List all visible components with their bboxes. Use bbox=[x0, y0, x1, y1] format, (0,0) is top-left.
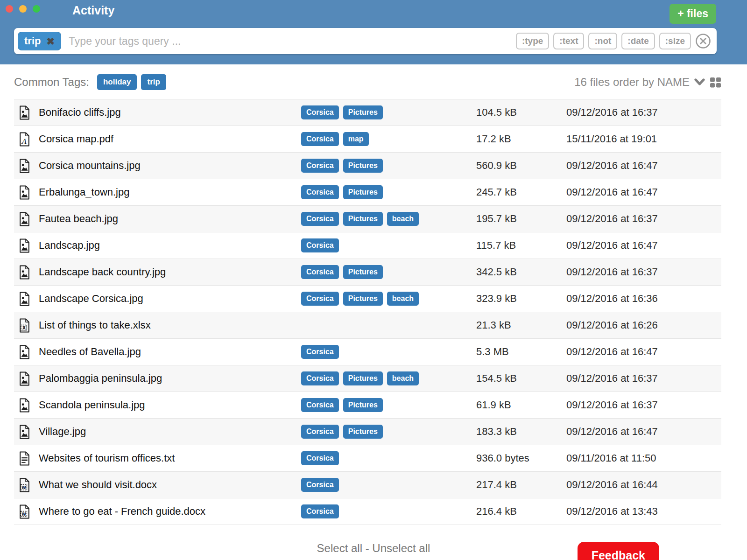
file-name: Corsica map.pdf bbox=[39, 133, 113, 145]
file-row[interactable]: Erbalunga_town.jpg CorsicaPictures 245.7… bbox=[14, 179, 721, 206]
unselect-all-link[interactable]: Unselect all bbox=[372, 542, 430, 554]
image-file-icon bbox=[19, 398, 30, 413]
file-tag[interactable]: Pictures bbox=[343, 292, 383, 306]
file-date: 09/12/2016 at 16:37 bbox=[566, 213, 721, 225]
add-files-button[interactable]: + files bbox=[669, 4, 716, 24]
file-tag[interactable]: Corsica bbox=[301, 159, 339, 173]
file-tags-cell: Corsica bbox=[301, 238, 476, 252]
image-file-icon bbox=[19, 371, 30, 386]
file-name: Needles of Bavella.jpg bbox=[39, 346, 141, 358]
file-name: Landscape back country.jpg bbox=[39, 266, 166, 278]
image-file-icon bbox=[19, 212, 30, 226]
window-title: Activity bbox=[72, 4, 114, 17]
select-all-link[interactable]: Select all bbox=[317, 542, 362, 554]
query-filter-buttons: :type :text :not :date :size bbox=[516, 33, 711, 49]
file-row[interactable]: Landscape Corsica.jpg CorsicaPicturesbea… bbox=[14, 286, 721, 312]
file-tag[interactable]: Pictures bbox=[343, 425, 383, 439]
file-tags-cell: Corsica bbox=[301, 478, 476, 492]
file-date: 09/12/2016 at 16:47 bbox=[566, 160, 721, 172]
remove-tag-icon[interactable]: ✖ bbox=[46, 36, 55, 46]
file-row[interactable]: Village.jpg CorsicaPictures 183.3 kB 09/… bbox=[14, 419, 721, 445]
tag-query-input[interactable] bbox=[61, 35, 516, 48]
grid-view-button[interactable] bbox=[710, 77, 721, 88]
file-tag[interactable]: Pictures bbox=[343, 185, 383, 199]
active-tag-chip[interactable]: trip ✖ bbox=[18, 32, 61, 50]
file-tag[interactable]: Corsica bbox=[301, 425, 339, 439]
minimize-window-button[interactable] bbox=[19, 5, 27, 13]
file-date: 09/12/2016 at 13:43 bbox=[566, 505, 721, 518]
file-name-cell: Landscape back country.jpg bbox=[14, 265, 301, 280]
file-row[interactable]: Landscap.jpg Corsica 115.7 kB 09/12/2016… bbox=[14, 232, 721, 259]
file-name: Websites of tourism offices.txt bbox=[39, 452, 175, 464]
file-tag[interactable]: Corsica bbox=[301, 105, 339, 119]
file-name-cell: Landscape Corsica.jpg bbox=[14, 292, 301, 306]
file-name: Landscape Corsica.jpg bbox=[39, 293, 143, 305]
sort-direction-button[interactable] bbox=[694, 78, 705, 86]
file-tag[interactable]: Corsica bbox=[301, 292, 339, 306]
file-tag[interactable]: Corsica bbox=[301, 478, 339, 492]
file-row[interactable]: Palombaggia peninsula.jpg CorsicaPicture… bbox=[14, 365, 721, 392]
file-row[interactable]: Scandola peninsula.jpg CorsicaPictures 6… bbox=[14, 392, 721, 419]
common-tags-group: Common Tags: holiday trip bbox=[14, 74, 166, 90]
image-file-icon bbox=[19, 265, 30, 280]
pdf-file-icon bbox=[19, 132, 30, 147]
file-tag[interactable]: Corsica bbox=[301, 504, 339, 518]
file-row[interactable]: Fautea beach.jpg CorsicaPicturesbeach 19… bbox=[14, 206, 721, 232]
file-tags-cell: CorsicaPictures bbox=[301, 185, 476, 199]
file-tag[interactable]: Pictures bbox=[343, 105, 383, 119]
file-row[interactable]: Where to go eat - French guide.docx Cors… bbox=[14, 498, 721, 525]
image-file-icon bbox=[19, 425, 30, 439]
file-row[interactable]: Corsica map.pdf Corsicamap 17.2 kB 15/11… bbox=[14, 126, 721, 153]
file-tag[interactable]: Corsica bbox=[301, 371, 339, 385]
close-window-button[interactable] bbox=[6, 5, 13, 13]
file-name: Where to go eat - French guide.docx bbox=[39, 505, 205, 518]
file-row[interactable]: Bonifacio cliffs.jpg CorsicaPictures 104… bbox=[14, 99, 721, 126]
file-row[interactable]: Landscape back country.jpg CorsicaPictur… bbox=[14, 259, 721, 286]
file-tag[interactable]: Pictures bbox=[343, 371, 383, 385]
filter-size-button[interactable]: :size bbox=[659, 33, 691, 49]
file-size: 342.5 kB bbox=[476, 266, 566, 278]
file-row[interactable]: List of things to take.xlsx 21.3 kB 09/1… bbox=[14, 312, 721, 339]
image-file-icon bbox=[19, 159, 30, 173]
file-date: 09/12/2016 at 16:37 bbox=[566, 106, 721, 119]
file-size: 61.9 kB bbox=[476, 399, 566, 411]
file-tag[interactable]: Corsica bbox=[301, 451, 339, 465]
selection-separator: - bbox=[362, 542, 372, 554]
file-size: 104.5 kB bbox=[476, 106, 566, 119]
common-tag-holiday[interactable]: holiday bbox=[97, 74, 137, 90]
circle-x-icon bbox=[695, 33, 711, 49]
file-date: 09/12/2016 at 16:37 bbox=[566, 399, 721, 411]
file-tag[interactable]: Corsica bbox=[301, 185, 339, 199]
file-tag[interactable]: Pictures bbox=[343, 159, 383, 173]
file-tag[interactable]: Pictures bbox=[343, 398, 383, 412]
filter-type-button[interactable]: :type bbox=[516, 33, 549, 49]
file-tag[interactable]: Corsica bbox=[301, 265, 339, 279]
file-tag[interactable]: beach bbox=[387, 212, 419, 226]
file-date: 09/12/2016 at 16:44 bbox=[566, 479, 721, 491]
maximize-window-button[interactable] bbox=[33, 5, 40, 13]
file-tag[interactable]: Pictures bbox=[343, 212, 383, 226]
filter-date-button[interactable]: :date bbox=[621, 33, 655, 49]
file-row[interactable]: Corsica mountains.jpg CorsicaPictures 56… bbox=[14, 153, 721, 179]
filter-text-button[interactable]: :text bbox=[553, 33, 584, 49]
file-tag[interactable]: Corsica bbox=[301, 398, 339, 412]
feedback-button[interactable]: Feedback bbox=[578, 542, 659, 560]
file-tag[interactable]: Corsica bbox=[301, 132, 339, 146]
file-tag[interactable]: Corsica bbox=[301, 345, 339, 359]
file-row[interactable]: Needles of Bavella.jpg Corsica 5.3 MB 09… bbox=[14, 339, 721, 365]
file-row[interactable]: What we should visit.docx Corsica 217.4 … bbox=[14, 472, 721, 498]
file-tag[interactable]: Pictures bbox=[343, 265, 383, 279]
clear-query-button[interactable] bbox=[695, 33, 711, 49]
file-tag[interactable]: beach bbox=[387, 371, 419, 385]
file-tag[interactable]: beach bbox=[387, 292, 419, 306]
file-tag[interactable]: map bbox=[343, 132, 369, 146]
file-tag[interactable]: Corsica bbox=[301, 238, 339, 252]
file-tag[interactable]: Corsica bbox=[301, 212, 339, 226]
file-row[interactable]: Websites of tourism offices.txt Corsica … bbox=[14, 445, 721, 472]
file-tags-cell: Corsicamap bbox=[301, 132, 476, 146]
common-tag-trip[interactable]: trip bbox=[141, 74, 166, 90]
filter-not-button[interactable]: :not bbox=[588, 33, 617, 49]
file-name-cell: Where to go eat - French guide.docx bbox=[14, 504, 301, 519]
file-name: Erbalunga_town.jpg bbox=[39, 186, 129, 198]
image-file-icon bbox=[19, 238, 30, 253]
